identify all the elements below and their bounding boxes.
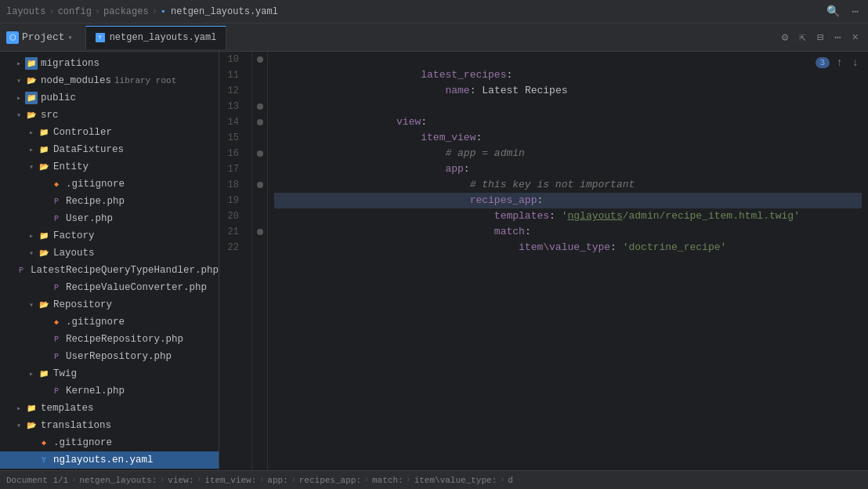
pin-icon[interactable]: ⊟ [814, 29, 826, 45]
sidebar-item-kernel[interactable]: P Kernel.php [0, 382, 219, 400]
sidebar-item-controller[interactable]: 📁 Controller [0, 124, 219, 141]
code-line-13: view: [274, 99, 862, 114]
sidebar-item-recipevalue[interactable]: P RecipeValueConverter.php [0, 279, 219, 296]
sidebar-item-factory[interactable]: 📁 Factory [0, 227, 219, 244]
sidebar-item-repository[interactable]: 📂 Repository [0, 296, 219, 313]
tab-yaml-icon: Y [96, 33, 105, 42]
sidebar-item-layouts[interactable]: 📂 Layouts [0, 244, 219, 262]
key-recipes-app: recipes_app [470, 194, 537, 206]
search-icon[interactable]: 🔍 [823, 3, 843, 20]
breadcrumb-sep1: › [49, 6, 54, 17]
project-bar: ⬡ Project ▾ Y netgen_layouts.yaml ⚙ ⇱ ⊟ … [0, 24, 868, 52]
code-lines[interactable]: latest_recipes: name: Latest Recipes vie… [268, 52, 868, 470]
tab-bar: Y netgen_layouts.yaml [85, 26, 227, 49]
sidebar-label-controller: Controller [53, 127, 112, 138]
close-icon[interactable]: × [849, 30, 862, 45]
sidebar-item-reciperepository[interactable]: P RecipeRepository.php [0, 331, 219, 348]
sidebar-item-templates[interactable]: 📁 templates [0, 400, 219, 417]
sidebar-item-public[interactable]: 📁 public [0, 89, 219, 107]
line-num-13: 13 [222, 99, 245, 114]
sidebar-label-node-modules: node_modules [41, 75, 111, 86]
sidebar-item-src[interactable]: 📂 src [0, 107, 219, 124]
float-icon[interactable]: ⇱ [796, 29, 808, 45]
sidebar-item-entity[interactable]: 📂 Entity [0, 158, 219, 176]
breadcrumb-layouts[interactable]: layouts [6, 6, 45, 17]
breadcrumb-config[interactable]: config [58, 6, 92, 17]
settings-icon[interactable]: ⚙ [779, 29, 791, 45]
sidebar-item-migrations[interactable]: 📁 migrations [0, 55, 219, 72]
gutter-14 [252, 114, 267, 130]
arrow-public [13, 93, 25, 103]
sidebar-item-translations[interactable]: 📂 translations [0, 417, 219, 434]
line-num-21: 21 [222, 224, 245, 240]
breadcrumb-packages[interactable]: packages [103, 6, 149, 17]
more-icon[interactable]: ⋯ [849, 3, 862, 20]
arrow-layouts [25, 248, 38, 258]
sidebar-item-latestrecipe[interactable]: P LatestRecipeQueryTypeHandler.php [0, 262, 219, 279]
sidebar-label-gitignore-repo: .gitignore [66, 317, 125, 328]
sidebar-item-user-php[interactable]: P User.php [0, 210, 219, 227]
folder-icon-entity: 📂 [38, 161, 50, 173]
file-icon-gitignore-trans: ◆ [38, 436, 50, 449]
folder-icon-layouts: 📂 [38, 247, 50, 259]
match-counter: 3 [816, 57, 830, 68]
top-bar-right: 🔍 ⋯ [823, 3, 862, 20]
sidebar-item-gitignore-entity[interactable]: ◆ .gitignore [0, 176, 219, 193]
gutter-22 [252, 240, 267, 255]
sidebar-label-nglayouts-yaml: nglayouts.en.yaml [53, 455, 154, 465]
project-label[interactable]: ⬡ Project ▾ [6, 31, 73, 44]
file-icon-gitignore-repo: ◆ [50, 316, 63, 328]
sidebar-item-datafixtures[interactable]: 📁 DataFixtures [0, 141, 219, 158]
file-icon-kernel: P [50, 385, 63, 397]
status-view: view: [168, 476, 193, 485]
status-sep8: › [500, 476, 505, 484]
file-icon-recipe: P [50, 195, 63, 208]
tab-netgen-layouts[interactable]: Y netgen_layouts.yaml [85, 26, 227, 49]
status-app: app: [267, 476, 288, 485]
sidebar-item-node-modules[interactable]: 📂 node_modules library root [0, 72, 219, 89]
breadcrumb-file-icon: ▪ [161, 6, 166, 17]
sidebar-label-public: public [41, 92, 76, 103]
gutter-11 [252, 67, 267, 83]
gutter-20 [252, 208, 267, 224]
editor-scroll[interactable]: 10 11 12 13 14 15 16 17 18 19 20 21 22 [219, 52, 868, 470]
sidebar-label-src: src [41, 110, 59, 121]
file-icon-user: P [50, 212, 63, 225]
status-sep3: › [197, 476, 201, 484]
status-item-view: item_view: [204, 476, 256, 485]
value-latest-recipes: Latest Recipes [482, 85, 567, 96]
sidebar-label-datafixtures: DataFixtures [53, 144, 124, 155]
menu-icon[interactable]: ⋯ [831, 29, 844, 45]
sidebar-label-twig: Twig [53, 368, 77, 379]
sidebar-label-recipe: Recipe.php [66, 196, 125, 207]
breadcrumb-sep3: › [152, 6, 157, 17]
folder-icon-migrations: 📁 [25, 57, 38, 70]
gutter-10 [252, 52, 267, 67]
line-numbers: 10 11 12 13 14 15 16 17 18 19 20 21 22 [219, 52, 252, 470]
folder-icon-translations: 📂 [25, 419, 38, 432]
sidebar-label-gitignore-trans: .gitignore [53, 437, 112, 448]
status-sep6: › [364, 476, 369, 484]
sidebar-item-nglayouts-yaml[interactable]: Y nglayouts.en.yaml [0, 451, 219, 469]
sidebar-label-migrations: migrations [41, 58, 99, 69]
sidebar-label-entity: Entity [53, 161, 89, 172]
sidebar-item-twig[interactable]: 📁 Twig [0, 365, 219, 382]
sidebar-item-userrepository[interactable]: P UserRepository.php [0, 348, 219, 365]
match-down-icon[interactable]: ↓ [849, 55, 862, 71]
match-up-icon[interactable]: ↑ [833, 55, 845, 71]
sidebar-item-gitignore-trans[interactable]: ◆ .gitignore [0, 434, 219, 451]
folder-icon-controller: 📁 [38, 126, 50, 139]
status-sep7: › [407, 476, 411, 484]
breadcrumb-filename[interactable]: netgen_layouts.yaml [171, 6, 278, 17]
status-sep5: › [291, 476, 296, 484]
sidebar-label-repository: Repository [53, 299, 112, 310]
sidebar-item-recipe-php[interactable]: P Recipe.php [0, 193, 219, 210]
gutter-15 [252, 130, 267, 146]
gutter-12 [252, 83, 267, 99]
key-view: view [396, 116, 421, 128]
arrow-datafixtures [25, 145, 38, 154]
folder-icon-node-modules: 📂 [25, 74, 38, 87]
status-match: match: [372, 476, 403, 485]
line-num-11: 11 [222, 67, 245, 83]
sidebar-item-gitignore-repo[interactable]: ◆ .gitignore [0, 313, 219, 331]
